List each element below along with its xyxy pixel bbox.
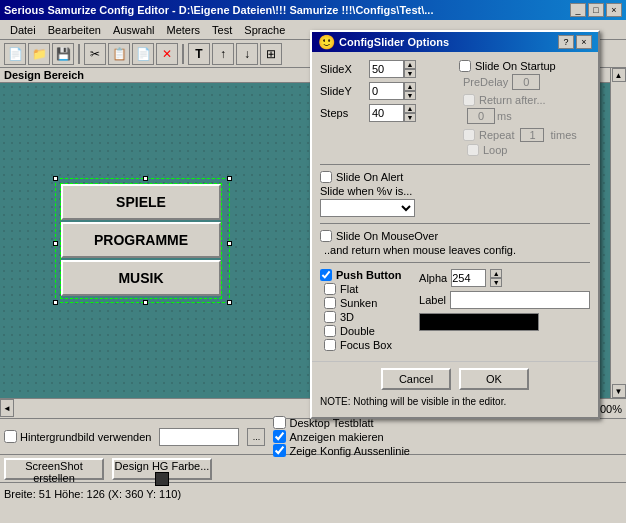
slide-startup-checkbox[interactable] xyxy=(459,60,471,72)
handle-tm[interactable] xyxy=(143,176,148,181)
alpha-label: Alpha xyxy=(419,272,447,284)
steps-row: Steps ▲ ▼ xyxy=(320,104,451,122)
loop-checkbox xyxy=(467,144,479,156)
anzeigen-checkbox-label[interactable]: Anzeigen makieren xyxy=(273,430,409,443)
hintergrund-checkbox[interactable] xyxy=(4,430,17,443)
handle-tr[interactable] xyxy=(227,176,232,181)
zeige-checkbox[interactable] xyxy=(273,444,286,457)
toolbar-open[interactable]: 📁 xyxy=(28,43,50,65)
repeat-checkbox xyxy=(463,129,475,141)
zeige-label: Zeige Konfig Aussenlinie xyxy=(289,445,409,457)
double-label[interactable]: Double xyxy=(324,325,411,337)
design-hg-button[interactable]: Design HG Farbe... xyxy=(112,458,212,480)
sunken-label[interactable]: Sunken xyxy=(324,297,411,309)
slide-mouseover-checkbox[interactable] xyxy=(320,230,332,242)
dialog-help-btn[interactable]: ? xyxy=(558,35,574,49)
scroll-left-btn[interactable]: ◄ xyxy=(0,399,14,417)
slide-mouseover-label[interactable]: Slide On MouseOver xyxy=(320,230,590,242)
ok-button[interactable]: OK xyxy=(459,368,529,390)
return-after-checkbox xyxy=(463,94,475,106)
push-button-label[interactable]: Push Button xyxy=(320,269,411,281)
anzeigen-checkbox[interactable] xyxy=(273,430,286,443)
alpha-input[interactable] xyxy=(451,269,486,287)
dialog-footer: Cancel OK NOTE: Nothing will be visible … xyxy=(312,361,598,417)
divider2 xyxy=(320,223,590,224)
toolbar-copy[interactable]: 📋 xyxy=(108,43,130,65)
menu-bearbeiten[interactable]: Bearbeiten xyxy=(42,23,107,37)
slide-when-dropdown[interactable] xyxy=(320,199,415,217)
flat-checkbox[interactable] xyxy=(324,283,336,295)
dialog-title-text: 🙂 ConfigSlider Options xyxy=(318,34,449,50)
menu-datei[interactable]: Datei xyxy=(4,23,42,37)
zeige-checkbox-label[interactable]: Zeige Konfig Aussenlinie xyxy=(273,444,409,457)
label-input[interactable] xyxy=(450,291,590,309)
menu-sprache[interactable]: Sprache xyxy=(238,23,291,37)
slide-alert-label[interactable]: Slide On Alert xyxy=(320,171,590,183)
dialog-title-bar: 🙂 ConfigSlider Options ? × xyxy=(312,32,598,52)
desktop-checkbox[interactable] xyxy=(273,416,286,429)
toolbar-text[interactable]: T xyxy=(188,43,210,65)
slide-startup-label[interactable]: Slide On Startup xyxy=(459,60,590,72)
hintergrund-browse-btn[interactable]: ... xyxy=(247,428,265,446)
slide-mouseover-section: Slide On MouseOver ..and return when mou… xyxy=(320,230,590,256)
push-button-checkbox[interactable] xyxy=(320,269,332,281)
handle-ml[interactable] xyxy=(53,241,58,246)
toolbar-down[interactable]: ↓ xyxy=(236,43,258,65)
bottom-bar-1: Hintergrundbild verwenden ... Desktop Te… xyxy=(0,418,626,454)
predelay-input xyxy=(512,74,540,90)
slidey-input[interactable] xyxy=(369,82,404,100)
threed-label[interactable]: 3D xyxy=(324,311,411,323)
double-checkbox[interactable] xyxy=(324,325,336,337)
menu-meters[interactable]: Meters xyxy=(160,23,206,37)
hintergrund-input[interactable] xyxy=(159,428,239,446)
slidey-row: SlideY ▲ ▼ xyxy=(320,82,451,100)
focusbox-checkbox[interactable] xyxy=(324,339,336,351)
sunken-checkbox[interactable] xyxy=(324,297,336,309)
slidex-up-btn[interactable]: ▲ xyxy=(404,60,416,69)
toolbar-grid[interactable]: ⊞ xyxy=(260,43,282,65)
design-btn-musik[interactable]: MUSIK xyxy=(61,260,221,296)
slide-alert-checkbox[interactable] xyxy=(320,171,332,183)
toolbar-cut[interactable]: ✂ xyxy=(84,43,106,65)
steps-down-btn[interactable]: ▼ xyxy=(404,113,416,122)
close-button[interactable]: × xyxy=(606,3,622,17)
screenshot-button[interactable]: ScreenShot erstellen xyxy=(4,458,104,480)
maximize-button[interactable]: □ xyxy=(588,3,604,17)
vertical-scrollbar[interactable]: ▲ ▼ xyxy=(610,68,626,398)
toolbar-up[interactable]: ↑ xyxy=(212,43,234,65)
slidey-up-btn[interactable]: ▲ xyxy=(404,82,416,91)
handle-bl[interactable] xyxy=(53,300,58,305)
handle-bm[interactable] xyxy=(143,300,148,305)
slidex-input[interactable] xyxy=(369,60,404,78)
steps-up-btn[interactable]: ▲ xyxy=(404,104,416,113)
slidey-down-btn[interactable]: ▼ xyxy=(404,91,416,100)
threed-checkbox[interactable] xyxy=(324,311,336,323)
design-btn-programme[interactable]: PROGRAMME xyxy=(61,222,221,258)
minimize-button[interactable]: _ xyxy=(570,3,586,17)
hintergrund-checkbox-label[interactable]: Hintergrundbild verwenden xyxy=(4,430,151,443)
toolbar-save[interactable]: 💾 xyxy=(52,43,74,65)
handle-mr[interactable] xyxy=(227,241,232,246)
toolbar-new[interactable]: 📄 xyxy=(4,43,26,65)
divider1 xyxy=(320,164,590,165)
handle-tl[interactable] xyxy=(53,176,58,181)
slidey-spin-btns: ▲ ▼ xyxy=(404,82,416,100)
toolbar-delete[interactable]: ✕ xyxy=(156,43,178,65)
button-style-options: Flat Sunken 3D Double xyxy=(324,283,411,351)
toolbar-paste[interactable]: 📄 xyxy=(132,43,154,65)
handle-br[interactable] xyxy=(227,300,232,305)
menu-auswahl[interactable]: Auswahl xyxy=(107,23,161,37)
scroll-up-btn[interactable]: ▲ xyxy=(612,68,626,82)
steps-input[interactable] xyxy=(369,104,404,122)
design-btn-spiele[interactable]: SPIELE xyxy=(61,184,221,220)
menu-test[interactable]: Test xyxy=(206,23,238,37)
alpha-down-btn[interactable]: ▼ xyxy=(490,278,502,287)
alpha-up-btn[interactable]: ▲ xyxy=(490,269,502,278)
cancel-button[interactable]: Cancel xyxy=(381,368,451,390)
dialog-close-btn[interactable]: × xyxy=(576,35,592,49)
focusbox-label[interactable]: Focus Box xyxy=(324,339,411,351)
color-swatch[interactable] xyxy=(419,313,539,331)
slidex-down-btn[interactable]: ▼ xyxy=(404,69,416,78)
flat-label[interactable]: Flat xyxy=(324,283,411,295)
scroll-down-btn[interactable]: ▼ xyxy=(612,384,626,398)
